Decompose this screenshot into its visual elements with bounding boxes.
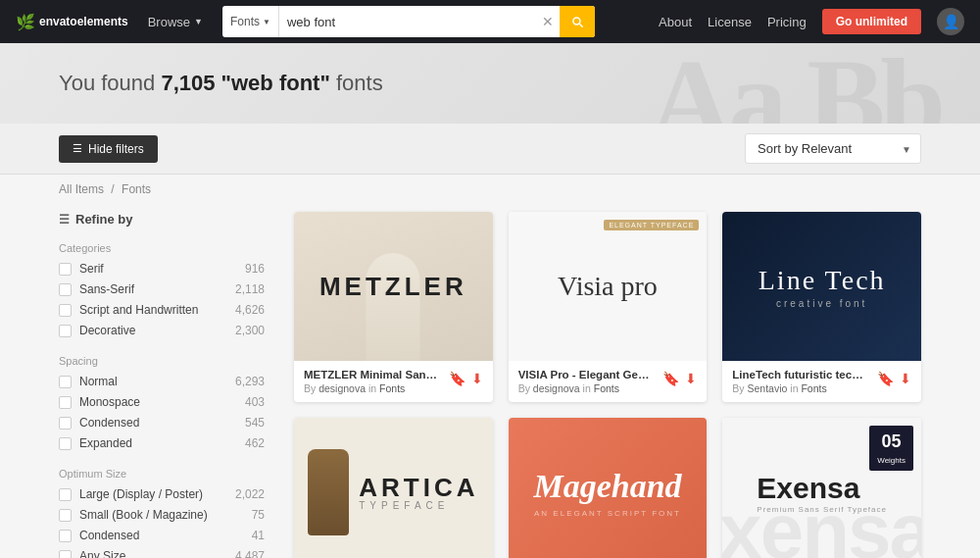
condensed-count: 545: [245, 416, 265, 430]
card-linetech[interactable]: Line Tech creative font LineTech futuris…: [722, 212, 921, 402]
exensa-font-display: Exensa: [757, 472, 859, 505]
bookmark-button[interactable]: 🔖: [662, 371, 679, 386]
card-metzler-image: METZLER: [294, 212, 493, 361]
main-content: ☰ Refine by Categories Serif 916 Sans-Se…: [0, 212, 980, 558]
download-button[interactable]: ⬇: [685, 371, 697, 386]
decorative-checkbox[interactable]: [59, 325, 72, 337]
magehand-sub: an elegant script font: [534, 509, 681, 518]
anysize-label: Any Size: [79, 549, 227, 558]
card-visia-image: ELEGANT TYPEFACE Visia pro: [509, 212, 708, 361]
card-info: LineTech futuristic technology font By S…: [722, 361, 921, 402]
bookmark-button[interactable]: 🔖: [877, 371, 894, 386]
monospace-count: 403: [245, 395, 265, 409]
card-metzler[interactable]: METZLER METZLER Minimal Sans-Serif Typef…: [294, 212, 493, 402]
card-visia[interactable]: ELEGANT TYPEFACE Visia pro VISIA Pro - E…: [509, 212, 708, 402]
anysize-checkbox[interactable]: [59, 550, 72, 559]
card-actions: 🔖 ⬇: [877, 371, 911, 386]
search-bar: Fonts ▼ ✕: [222, 6, 595, 37]
search-clear-button[interactable]: ✕: [536, 14, 560, 29]
nav-pricing[interactable]: Pricing: [767, 15, 807, 29]
small-checkbox[interactable]: [59, 509, 72, 522]
card-author: By Sentavio in Fonts: [732, 382, 869, 394]
go-unlimited-button[interactable]: Go unlimited: [822, 9, 921, 34]
browse-button[interactable]: Browse ▼: [140, 15, 211, 29]
normal-label: Normal: [79, 375, 227, 388]
hide-filters-label: Hide filters: [88, 142, 144, 156]
condensed-label: Condensed: [79, 416, 237, 430]
monospace-label: Monospace: [79, 395, 237, 409]
magehand-font-display: Magehand: [533, 468, 681, 505]
search-category-label: Fonts: [230, 15, 260, 28]
expanded-label: Expanded: [79, 436, 237, 450]
size-title: Optimum Size: [59, 468, 265, 480]
linetech-font-display: Line Tech: [759, 265, 886, 296]
card-title: METZLER Minimal Sans-Serif Typefa...: [304, 369, 441, 380]
logo[interactable]: 🌿 envatоelements: [16, 13, 128, 31]
script-label: Script and Handwritten: [79, 303, 227, 317]
card-author: By designova in Fonts: [518, 382, 656, 394]
chevron-down-icon: ▼: [263, 18, 270, 26]
filter-section-categories: Categories Serif 916 Sans-Serif 2,118 Sc…: [59, 242, 265, 337]
expanded-count: 462: [245, 436, 265, 450]
condensed2-checkbox[interactable]: [59, 530, 72, 542]
nav-license[interactable]: License: [708, 15, 752, 29]
large-count: 2,022: [235, 487, 265, 501]
results-text: You found 7,105 "web font" fonts: [59, 71, 921, 96]
card-actions: 🔖 ⬇: [662, 371, 697, 386]
hide-filters-button[interactable]: ☰ Hide filters: [59, 135, 158, 163]
filter-item: Serif 916: [59, 262, 265, 276]
filter-item: Large (Display / Poster) 2,022: [59, 487, 265, 501]
serif-checkbox[interactable]: [59, 263, 72, 276]
search-icon: [570, 15, 584, 28]
search-category-selector[interactable]: Fonts ▼: [222, 6, 279, 37]
condensed2-count: 41: [252, 529, 265, 542]
bottle-shape: [308, 449, 349, 535]
card-exensa[interactable]: Exensa Exensa Premium Sans Serif Typefac…: [722, 418, 921, 558]
results-grid: METZLER METZLER Minimal Sans-Serif Typef…: [294, 212, 921, 558]
filter-item: Sans-Serif 2,118: [59, 282, 265, 296]
card-title: VISIA Pro - Elegant Geometric Typef...: [518, 369, 656, 380]
user-avatar[interactable]: 👤: [937, 8, 964, 35]
card-actions: 🔖 ⬇: [449, 371, 483, 386]
monospace-checkbox[interactable]: [59, 396, 72, 409]
large-checkbox[interactable]: [59, 488, 72, 501]
normal-checkbox[interactable]: [59, 376, 72, 388]
card-linetech-image: Line Tech creative font: [722, 212, 921, 361]
normal-count: 6,293: [235, 375, 265, 388]
results-prefix: You found: [59, 71, 161, 95]
download-button[interactable]: ⬇: [471, 371, 483, 386]
card-info: METZLER Minimal Sans-Serif Typefa... By …: [294, 361, 493, 402]
artica-font-display: ARTICA: [359, 475, 478, 500]
anysize-count: 4,487: [235, 549, 265, 558]
card-artica[interactable]: ARTICA TYPEFACE ARTICA - Display / Sans-…: [294, 418, 493, 558]
sans-serif-checkbox[interactable]: [59, 283, 72, 296]
serif-label: Serif: [79, 262, 237, 276]
nav-about[interactable]: About: [659, 15, 692, 29]
sidebar: ☰ Refine by Categories Serif 916 Sans-Se…: [59, 212, 265, 558]
card-title: LineTech futuristic technology font: [732, 369, 869, 380]
exensa-content: Exensa Premium Sans Serif Typeface: [757, 472, 887, 514]
toolbar: ☰ Hide filters Sort by Relevant ▼: [0, 124, 980, 175]
decorative-label: Decorative: [79, 324, 227, 337]
card-category: Fonts: [594, 382, 619, 394]
exensa-weights-badge: 05 Weights: [869, 426, 913, 471]
breadcrumb-all-items[interactable]: All Items: [59, 182, 104, 196]
condensed-checkbox[interactable]: [59, 417, 72, 430]
search-input[interactable]: [279, 15, 536, 29]
script-checkbox[interactable]: [59, 304, 72, 317]
breadcrumb: All Items / Fonts: [0, 175, 980, 204]
sort-dropdown[interactable]: Sort by Relevant: [745, 133, 921, 164]
card-author-name: designova: [533, 382, 580, 394]
refine-icon: ☰: [59, 213, 70, 227]
logo-icon: 🌿: [16, 13, 35, 31]
logo-text: envatоelements: [39, 15, 128, 28]
card-magehand[interactable]: Magehand an elegant script font Magehand…: [509, 418, 708, 558]
person-figure: [367, 253, 420, 361]
bookmark-button[interactable]: 🔖: [449, 371, 466, 386]
download-button[interactable]: ⬇: [900, 371, 911, 386]
filter-item: Decorative 2,300: [59, 324, 265, 337]
visia-font-display: Visia pro: [558, 271, 658, 302]
results-query: "web font": [221, 71, 336, 95]
search-submit-button[interactable]: [560, 6, 595, 37]
expanded-checkbox[interactable]: [59, 437, 72, 450]
